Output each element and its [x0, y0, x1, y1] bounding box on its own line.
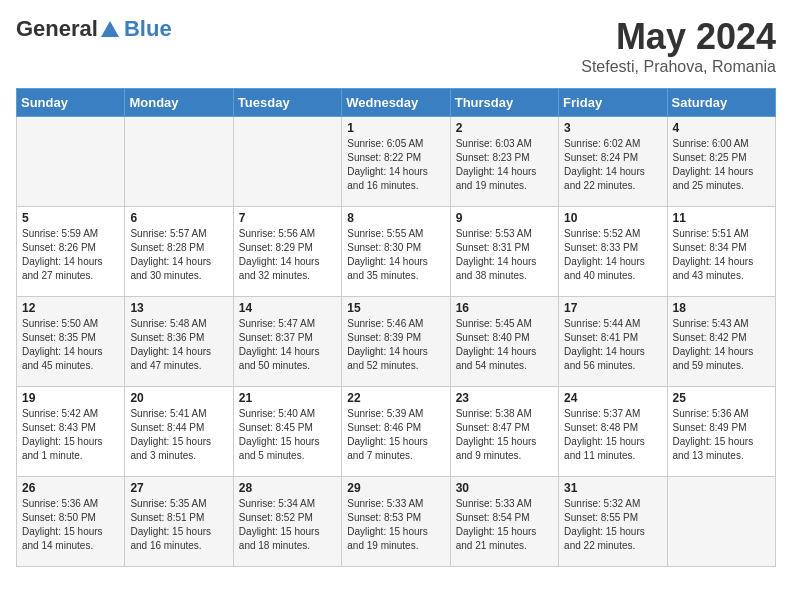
day-number: 1 — [347, 121, 444, 135]
svg-marker-0 — [101, 21, 119, 37]
day-cell — [667, 477, 775, 567]
day-info: Sunset: 8:34 PM — [673, 241, 770, 255]
day-number: 15 — [347, 301, 444, 315]
day-number: 5 — [22, 211, 119, 225]
calendar-header: SundayMondayTuesdayWednesdayThursdayFrid… — [17, 89, 776, 117]
day-number: 4 — [673, 121, 770, 135]
day-cell: 11Sunrise: 5:51 AMSunset: 8:34 PMDayligh… — [667, 207, 775, 297]
day-number: 27 — [130, 481, 227, 495]
day-info: Sunrise: 5:34 AM — [239, 497, 336, 511]
day-cell: 25Sunrise: 5:36 AMSunset: 8:49 PMDayligh… — [667, 387, 775, 477]
day-info: Sunset: 8:51 PM — [130, 511, 227, 525]
calendar-table: SundayMondayTuesdayWednesdayThursdayFrid… — [16, 88, 776, 567]
day-cell: 18Sunrise: 5:43 AMSunset: 8:42 PMDayligh… — [667, 297, 775, 387]
day-info: Sunset: 8:31 PM — [456, 241, 553, 255]
day-info: Sunset: 8:28 PM — [130, 241, 227, 255]
day-info: Sunrise: 5:46 AM — [347, 317, 444, 331]
day-cell: 6Sunrise: 5:57 AMSunset: 8:28 PMDaylight… — [125, 207, 233, 297]
day-info: Sunset: 8:49 PM — [673, 421, 770, 435]
day-info: Sunset: 8:30 PM — [347, 241, 444, 255]
title-block: May 2024 Stefesti, Prahova, Romania — [581, 16, 776, 76]
day-number: 8 — [347, 211, 444, 225]
day-number: 6 — [130, 211, 227, 225]
day-info: Sunset: 8:25 PM — [673, 151, 770, 165]
day-info: Sunrise: 5:36 AM — [22, 497, 119, 511]
day-cell: 28Sunrise: 5:34 AMSunset: 8:52 PMDayligh… — [233, 477, 341, 567]
day-cell: 26Sunrise: 5:36 AMSunset: 8:50 PMDayligh… — [17, 477, 125, 567]
day-cell: 20Sunrise: 5:41 AMSunset: 8:44 PMDayligh… — [125, 387, 233, 477]
page-header: General Blue May 2024 Stefesti, Prahova,… — [16, 16, 776, 76]
day-number: 30 — [456, 481, 553, 495]
day-info: Daylight: 14 hours and 52 minutes. — [347, 345, 444, 373]
day-number: 7 — [239, 211, 336, 225]
column-header-sunday: Sunday — [17, 89, 125, 117]
day-info: Sunrise: 5:48 AM — [130, 317, 227, 331]
day-info: Daylight: 14 hours and 22 minutes. — [564, 165, 661, 193]
day-info: Sunset: 8:23 PM — [456, 151, 553, 165]
day-number: 31 — [564, 481, 661, 495]
day-info: Sunrise: 5:43 AM — [673, 317, 770, 331]
day-info: Sunrise: 5:41 AM — [130, 407, 227, 421]
day-info: Sunrise: 5:33 AM — [347, 497, 444, 511]
day-cell: 5Sunrise: 5:59 AMSunset: 8:26 PMDaylight… — [17, 207, 125, 297]
column-header-saturday: Saturday — [667, 89, 775, 117]
day-info: Sunrise: 5:45 AM — [456, 317, 553, 331]
day-number: 29 — [347, 481, 444, 495]
day-number: 12 — [22, 301, 119, 315]
day-cell: 24Sunrise: 5:37 AMSunset: 8:48 PMDayligh… — [559, 387, 667, 477]
day-info: Daylight: 14 hours and 27 minutes. — [22, 255, 119, 283]
day-number: 28 — [239, 481, 336, 495]
day-info: Sunrise: 5:40 AM — [239, 407, 336, 421]
day-cell: 3Sunrise: 6:02 AMSunset: 8:24 PMDaylight… — [559, 117, 667, 207]
day-info: Sunrise: 6:03 AM — [456, 137, 553, 151]
day-number: 22 — [347, 391, 444, 405]
day-info: Sunrise: 5:57 AM — [130, 227, 227, 241]
day-info: Daylight: 15 hours and 13 minutes. — [673, 435, 770, 463]
week-row-5: 26Sunrise: 5:36 AMSunset: 8:50 PMDayligh… — [17, 477, 776, 567]
day-info: Sunset: 8:46 PM — [347, 421, 444, 435]
day-number: 23 — [456, 391, 553, 405]
day-info: Sunset: 8:33 PM — [564, 241, 661, 255]
day-info: Daylight: 14 hours and 19 minutes. — [456, 165, 553, 193]
day-cell: 17Sunrise: 5:44 AMSunset: 8:41 PMDayligh… — [559, 297, 667, 387]
week-row-1: 1Sunrise: 6:05 AMSunset: 8:22 PMDaylight… — [17, 117, 776, 207]
day-info: Sunrise: 5:38 AM — [456, 407, 553, 421]
day-cell: 10Sunrise: 5:52 AMSunset: 8:33 PMDayligh… — [559, 207, 667, 297]
day-cell: 21Sunrise: 5:40 AMSunset: 8:45 PMDayligh… — [233, 387, 341, 477]
day-info: Sunset: 8:36 PM — [130, 331, 227, 345]
column-header-monday: Monday — [125, 89, 233, 117]
day-number: 14 — [239, 301, 336, 315]
day-number: 20 — [130, 391, 227, 405]
day-info: Daylight: 15 hours and 16 minutes. — [130, 525, 227, 553]
day-info: Sunset: 8:54 PM — [456, 511, 553, 525]
day-cell: 16Sunrise: 5:45 AMSunset: 8:40 PMDayligh… — [450, 297, 558, 387]
day-info: Daylight: 14 hours and 35 minutes. — [347, 255, 444, 283]
day-number: 17 — [564, 301, 661, 315]
day-cell — [233, 117, 341, 207]
day-info: Sunrise: 5:33 AM — [456, 497, 553, 511]
day-info: Sunrise: 6:02 AM — [564, 137, 661, 151]
day-info: Sunset: 8:48 PM — [564, 421, 661, 435]
day-info: Sunrise: 5:47 AM — [239, 317, 336, 331]
day-info: Daylight: 14 hours and 54 minutes. — [456, 345, 553, 373]
day-cell: 31Sunrise: 5:32 AMSunset: 8:55 PMDayligh… — [559, 477, 667, 567]
week-row-3: 12Sunrise: 5:50 AMSunset: 8:35 PMDayligh… — [17, 297, 776, 387]
day-info: Sunset: 8:26 PM — [22, 241, 119, 255]
day-info: Daylight: 14 hours and 25 minutes. — [673, 165, 770, 193]
day-cell — [17, 117, 125, 207]
day-info: Daylight: 14 hours and 38 minutes. — [456, 255, 553, 283]
day-number: 21 — [239, 391, 336, 405]
logo-text: General — [16, 17, 122, 41]
day-info: Daylight: 15 hours and 9 minutes. — [456, 435, 553, 463]
day-info: Sunrise: 5:53 AM — [456, 227, 553, 241]
day-info: Sunrise: 6:05 AM — [347, 137, 444, 151]
day-info: Daylight: 14 hours and 50 minutes. — [239, 345, 336, 373]
day-cell: 8Sunrise: 5:55 AMSunset: 8:30 PMDaylight… — [342, 207, 450, 297]
day-info: Sunrise: 5:35 AM — [130, 497, 227, 511]
day-info: Sunset: 8:52 PM — [239, 511, 336, 525]
day-cell: 29Sunrise: 5:33 AMSunset: 8:53 PMDayligh… — [342, 477, 450, 567]
day-info: Sunrise: 5:37 AM — [564, 407, 661, 421]
column-header-friday: Friday — [559, 89, 667, 117]
day-number: 11 — [673, 211, 770, 225]
day-info: Daylight: 15 hours and 14 minutes. — [22, 525, 119, 553]
